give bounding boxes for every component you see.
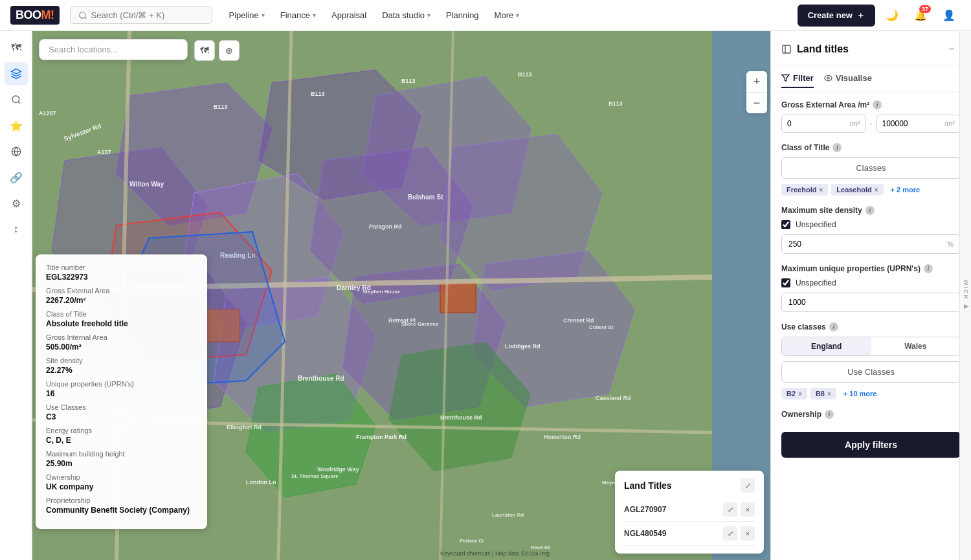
land-titles-title: Land Titles [624,480,672,491]
svg-point-68 [827,77,829,79]
svg-text:Keyboard shortcuts | Map data : Keyboard shortcuts | Map data ©2024 Img [440,550,550,557]
nav-right: Create new ＋ 🌙 🔔 37 👤 [798,4,961,27]
expand-icon[interactable]: ⤢ [741,478,755,493]
chevron-down-icon: ▾ [313,12,316,19]
user-avatar[interactable]: 👤 [937,4,961,27]
property-info-card: Title number EGL322973 Gross External Ar… [36,254,207,529]
info-gea: Gross External Area 2267.20/m² [46,287,197,305]
nav-data-studio[interactable]: Data studio ▾ [375,6,437,24]
land-title-row-1: AGL270907 ⤢ × [624,498,755,522]
remove-freehold[interactable]: × [819,186,823,194]
uprn-section: Maximum unique properties (UPRN's) i Uns… [781,264,961,312]
svg-text:Paragon Rd: Paragon Rd [369,223,402,230]
nav-more[interactable]: More ▾ [488,6,526,24]
expand-row-2-icon[interactable]: ⤢ [723,526,737,541]
svg-marker-61 [11,69,21,74]
create-new-button[interactable]: Create new ＋ [798,5,875,27]
nav-items: Pipeline ▾ Finance ▾ Appraisal Data stud… [223,6,526,24]
ownership-info-icon[interactable]: i [825,410,834,419]
zoom-out-button[interactable]: − [746,93,767,113]
use-tags-more[interactable]: + 10 more [840,388,881,399]
nav-appraisal[interactable]: Appraisal [325,6,373,24]
sidebar-icon-settings[interactable]: ⚙ [5,192,28,215]
uprn-value-input[interactable]: 1000 [781,293,961,312]
layers-button[interactable]: ⊕ [219,40,240,61]
svg-text:London Ln: London Ln [246,479,276,486]
remove-b8[interactable]: × [827,390,831,398]
tab-visualise[interactable]: Visualise [824,69,872,88]
nav-finance[interactable]: Finance ▾ [274,6,322,24]
remove-leasehold[interactable]: × [875,186,878,194]
tag-leasehold: Leasehold × [831,184,883,196]
svg-text:Loddiges Rd: Loddiges Rd [505,343,541,350]
gea-range-row: 0 /m² - 100000 /m² [781,115,961,133]
sidebar-icon-layers[interactable] [5,62,28,85]
tab-filter[interactable]: Filter [781,69,814,88]
svg-line-63 [18,102,20,104]
apply-filters-button[interactable]: Apply filters [781,432,961,458]
uprn-label: Maximum unique properties (UPRN's) i [781,264,961,273]
nav-planning[interactable]: Planning [440,6,486,24]
sidebar-icon-home[interactable]: 🗺 [5,36,28,60]
sidebar-icon-star[interactable]: ⭐ [5,114,28,137]
panel-close-button[interactable]: − [943,40,961,58]
right-panel: Land titles − Filter Visualise Gross Ext… [770,31,971,560]
svg-text:B113: B113 [214,104,228,110]
theme-toggle-button[interactable]: 🌙 [880,4,904,27]
info-site-density: Site density 22.27% [46,357,197,375]
map-icon-button[interactable]: 🗺 [194,40,215,61]
gea-info-icon[interactable]: i [873,100,882,109]
tag-b2: B2 × [781,388,807,399]
sidebar-icon-search[interactable] [5,88,28,111]
svg-text:B113: B113 [608,100,623,107]
density-unspecified-checkbox[interactable] [781,220,790,229]
gea-min-input[interactable]: 0 /m² [781,115,866,133]
panel-header: Land titles − [771,31,971,65]
sidebar-icon-filter[interactable]: ↕ [5,218,28,241]
search-input[interactable] [91,10,195,20]
notifications-button[interactable]: 🔔 37 [909,4,932,27]
expand-row-1-icon[interactable]: ⤢ [723,502,737,517]
app-logo: BOOM! [10,6,60,25]
region-england-button[interactable]: England [782,337,871,355]
gea-max-input[interactable]: 100000 /m² [876,115,961,133]
global-search[interactable] [70,6,212,24]
svg-rect-66 [783,45,790,53]
svg-marker-67 [782,75,789,82]
land-titles-header: Land Titles ⤢ [624,478,755,493]
svg-text:Hovel Rd: Hovel Rd [531,545,550,550]
close-row-2-icon[interactable]: × [741,526,755,541]
nav-pipeline[interactable]: Pipeline ▾ [223,6,271,24]
chevron-down-icon: ▾ [262,12,265,19]
search-icon [78,11,87,20]
close-row-1-icon[interactable]: × [741,502,755,517]
tags-more[interactable]: + 2 more [887,184,924,196]
ownership-label: Ownership i [781,410,961,419]
uprn-unspecified-row: Unspecified [781,278,961,287]
far-right-label: WICK ▶ [963,280,969,311]
svg-text:Wilton Way: Wilton Way [129,181,164,188]
svg-text:B113: B113 [518,71,532,78]
sidebar-icon-connect[interactable]: 🔗 [5,166,28,189]
sidebar-icon-analytics[interactable] [5,140,28,163]
info-ownership: Ownership UK company [46,473,197,491]
uprn-info-icon[interactable]: i [924,264,933,273]
map-location-search[interactable]: Search locations... [39,39,188,60]
info-use-classes: Use Classes C3 [46,403,197,421]
density-value-input[interactable]: 250 % [781,234,961,254]
use-classes-button[interactable]: Use Classes [781,361,961,383]
density-unspecified-row: Unspecified [781,220,961,229]
uprn-unspecified-checkbox[interactable] [781,278,790,287]
info-uprn: Unique properties (UPRN's) 16 [46,380,197,398]
class-info-icon[interactable]: i [832,143,842,152]
svg-text:A107: A107 [97,149,111,155]
region-wales-button[interactable]: Wales [871,337,961,355]
classes-button[interactable]: Classes [781,157,961,179]
zoom-in-button[interactable]: + [746,71,767,92]
zoom-controls: + − [746,71,767,113]
notification-badge: 37 [919,5,931,13]
use-classes-info-icon[interactable]: i [829,322,838,331]
remove-b2[interactable]: × [798,390,802,398]
svg-text:Woolridge Way: Woolridge Way [317,466,359,473]
density-info-icon[interactable]: i [865,206,875,215]
